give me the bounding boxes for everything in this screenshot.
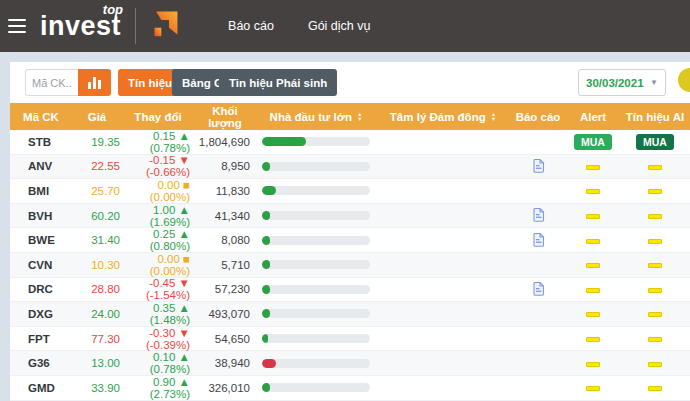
volume-cell: 11,830 [194,185,256,197]
table-row[interactable]: STB19.350.15 ▲ (0.78%)1,804,690MUAMUA [10,130,690,155]
investor-bar-cell [256,285,376,294]
ticker-cell[interactable]: GMD [10,382,72,394]
app-screen: invest top Báo cáo Gói dịch vụ [0,0,690,401]
column-header[interactable]: Tâm lý Đám đông▲▼ [376,111,510,123]
no-signal-dash-icon [586,362,600,367]
table-row[interactable]: ANV22.55-0.15 ▼ (-0.66%)8,950 [10,155,690,180]
alert-cell: MUA [566,134,620,150]
logo-sub-text: top [103,2,123,17]
ticker-search-input[interactable] [25,69,78,96]
table-row[interactable]: DRC28.80-0.45 ▼ (-1.54%)57,230 [10,278,690,303]
logo-divider [135,8,136,44]
volume-cell: 8,950 [194,160,256,172]
no-signal-dash-icon [586,239,600,244]
ticker-cell[interactable]: ANV [10,160,72,172]
alert-badge[interactable]: MUA [574,134,612,150]
alert-cell [566,382,620,394]
sort-icon[interactable]: ▲▼ [357,112,362,121]
logo-wordmark: invest top [40,13,121,40]
table-row[interactable]: BWE31.400.25 ▲ (0.80%)8,080 [10,228,690,253]
price-cell: 33.90 [72,382,122,394]
ai-signal-cell [620,283,690,295]
stock-table-header: Mã CKGiáThay đổiKhối lượngNhà đầu tư lớn… [10,103,690,130]
column-header: Khối lượng [194,105,256,129]
column-header[interactable]: Nhà đầu tư lớn▲▼ [256,111,376,123]
change-cell: 0.15 ▲ (0.78%) [122,130,194,154]
investor-bar-track [262,359,370,368]
investor-bar-track [262,309,370,318]
logo[interactable]: invest top [40,8,180,44]
table-row[interactable]: BVH60.201.00 ▲ (1.69%)41,340 [10,204,690,229]
report-document-icon[interactable] [532,207,545,222]
no-signal-dash-icon [648,165,662,170]
nav-item-goi-dich-vu[interactable]: Gói dịch vụ [308,19,371,33]
date-picker[interactable]: 30/03/2021 ▼ [578,69,666,96]
table-row[interactable]: CVN10.300.00 ■ (0.00%)5,710 [10,253,690,278]
sort-icon[interactable]: ▲▼ [491,112,496,121]
ai-signal-cell: MUA [620,134,690,150]
change-cell: 0.00 ■ (0.00%) [122,253,194,277]
volume-cell: 326,010 [194,382,256,394]
stock-table: Mã CKGiáThay đổiKhối lượngNhà đầu tư lớn… [10,103,690,401]
table-row[interactable]: DXG24.000.35 ▲ (1.48%)493,070 [10,302,690,327]
no-signal-dash-icon [586,214,600,219]
ticker-cell[interactable]: BMI [10,185,72,197]
alert-cell [566,234,620,246]
bar-chart-icon [88,77,101,89]
alert-cell [566,210,620,222]
ticker-cell[interactable]: CVN [10,259,72,271]
volume-cell: 54,650 [194,333,256,345]
table-row[interactable]: G3613.000.10 ▲ (0.78%)38,940 [10,351,690,376]
ticker-cell[interactable]: STB [10,136,72,148]
investor-bar-cell [256,359,376,368]
menu-icon[interactable] [8,15,26,37]
investor-bar-track [262,383,370,392]
no-signal-dash-icon [648,288,662,293]
ticker-cell[interactable]: DXG [10,308,72,320]
tin-hieu-phai-sinh-button[interactable]: Tin hiệu Phái sinh [219,69,337,96]
search-submit-button[interactable] [78,69,111,96]
stock-table-body: STB19.350.15 ▲ (0.78%)1,804,690MUAMUAANV… [10,130,690,401]
logo-mark-icon [146,8,180,44]
investor-bar-cell [256,334,376,343]
table-row[interactable]: FPT77.30-0.30 ▼ (-0.39%)54,650 [10,327,690,352]
investor-bar-track [262,285,370,294]
volume-cell: 8,080 [194,234,256,246]
investor-bar-fill [262,137,306,146]
investor-bar-fill [262,309,270,318]
alert-cell [566,259,620,271]
ai-signal-badge[interactable]: MUA [636,134,674,150]
ticker-cell[interactable]: BVH [10,210,72,222]
change-cell: 0.00 ■ (0.00%) [122,179,194,203]
column-header: Thay đổi [122,111,194,123]
report-document-icon[interactable] [532,232,545,247]
volume-cell: 5,710 [194,259,256,271]
ticker-cell[interactable]: BWE [10,234,72,246]
price-cell: 31.40 [72,234,122,246]
investor-bar-cell [256,383,376,392]
report-document-icon[interactable] [532,158,545,173]
alert-cell [566,283,620,295]
price-cell: 22.55 [72,160,122,172]
price-cell: 28.80 [72,283,122,295]
table-row[interactable]: GMD33.900.90 ▲ (2.73%)326,010 [10,376,690,401]
investor-bar-track [262,260,370,269]
nav-item-bao-cao[interactable]: Báo cáo [228,19,274,33]
table-row[interactable]: BMI25.700.00 ■ (0.00%)11,830 [10,179,690,204]
column-header: Tín hiệu AI [620,111,690,123]
volume-cell: 38,940 [194,357,256,369]
ai-signal-cell [620,185,690,197]
report-cell [510,281,566,298]
investor-bar-fill [262,211,270,220]
investor-bar-cell [256,309,376,318]
ticker-cell[interactable]: DRC [10,283,72,295]
content-card: Tín hiệu AI Bảng Giá Tin hiệu Phái sinh … [10,62,690,401]
investor-bar-track [262,186,370,195]
investor-bar-fill [262,186,276,195]
date-value: 30/03/2021 [586,77,644,89]
chevron-down-icon: ▼ [650,78,658,87]
report-document-icon[interactable] [532,281,545,296]
ticker-cell[interactable]: FPT [10,333,72,345]
ticker-cell[interactable]: G36 [10,357,72,369]
price-cell: 13.00 [72,357,122,369]
